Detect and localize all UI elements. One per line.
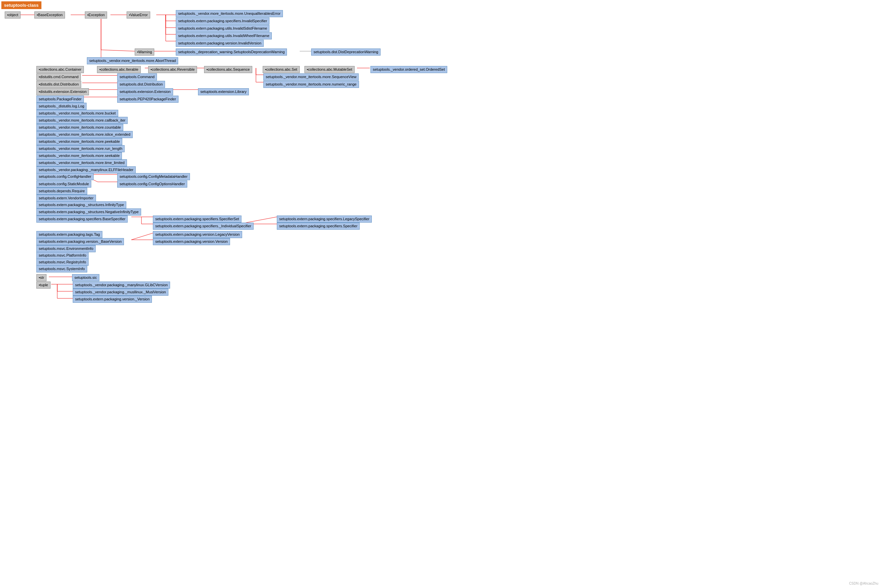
node-specifier-set: setuptools.extern.packaging.specifiers.S… <box>153 216 241 223</box>
node-bucket: setuptools._vendor.more_itertools.more.b… <box>36 110 118 117</box>
node-legacy-version: setuptools.extern.packaging.version.Lega… <box>153 231 242 238</box>
node-setuptools-ext: setuptools.extension.Extension <box>117 88 173 95</box>
node-static-module: setuptools.config.StaticModule <box>36 180 91 188</box>
node-setuptools-dist: setuptools.dist.Distribution <box>117 81 165 88</box>
node-package-finder: setuptools.PackageFinder <box>36 96 84 103</box>
node-vendor-importer: setuptools.extern.VendorImporter <box>36 195 96 202</box>
node-valueerror: •ValueError <box>127 12 150 18</box>
node-baseexception: •BaseException <box>34 12 65 18</box>
node-invalid-sdist: setuptools.extern.packaging.utils.Invali… <box>176 25 270 32</box>
node-exception: •Exception <box>85 12 107 18</box>
node-deprecation-warning: setuptools._deprecation_warning.Setuptoo… <box>176 48 287 56</box>
node-tuple: •tuple <box>36 282 51 289</box>
node-container: •collections.abc.Container <box>36 66 84 73</box>
node-object: •object <box>5 12 21 18</box>
node-distutils-dist: •distutils.dist.Distribution <box>36 81 81 88</box>
node-countable: setuptools._vendor.more_itertools.more.c… <box>36 124 123 131</box>
node-infinity-type: setuptools.extern.packaging._structures.… <box>36 201 126 208</box>
node-peekable: setuptools._vendor.more_itertools.more.p… <box>36 138 122 145</box>
node-mutableset: •collections.abc.MutableSet <box>304 66 355 73</box>
node-sequence: •collections.abc.Sequence <box>204 66 252 73</box>
node-legacy-specifier: setuptools.extern.packaging.specifiers.L… <box>277 216 372 223</box>
node-invalid-wheel: setuptools.extern.packaging.utils.Invali… <box>176 32 272 39</box>
node-numeric-range: setuptools._vendor.more_itertools.more.n… <box>263 81 359 88</box>
node-invalid-specifier: setuptools.extern.packaging.specifiers.I… <box>176 18 270 25</box>
node-version: setuptools.extern.packaging.version.Vers… <box>153 238 230 245</box>
node-config-handler: setuptools.config.ConfigHandler <box>36 173 94 180</box>
node-neg-infinity: setuptools.extern.packaging._structures.… <box>36 208 141 216</box>
title-bar: setuptools-class <box>1 2 41 9</box>
page-title: setuptools-class <box>4 3 39 8</box>
watermark: CSDN @AhcaoZhu <box>849 582 878 585</box>
node-individual-specifier: setuptools.extern.packaging.specifiers._… <box>153 223 253 230</box>
node-str: •str <box>36 274 46 281</box>
node-registry-info: setuptools.msvc.RegistryInfo <box>36 259 88 266</box>
node-base-specifier: setuptools.extern.packaging.specifiers.B… <box>36 216 127 223</box>
node-platform-info: setuptools.msvc.PlatformInfo <box>36 252 88 259</box>
node-distutils-ext: •distutils.extension.Extension <box>36 88 89 95</box>
node-run-length: setuptools._vendor.more_itertools.more.r… <box>36 145 124 152</box>
node-reversible: •collections.abc.Reversible <box>148 66 197 73</box>
svg-line-15 <box>101 50 135 51</box>
node-specifier: setuptools.extern.packaging.specifiers.S… <box>277 223 360 230</box>
node-islice-extended: setuptools._vendor.more_itertools.more.i… <box>36 131 133 138</box>
node-abort-thread: setuptools._vendor.more_itertools.more.A… <box>87 57 178 64</box>
node-set: •collections.abc.Set <box>263 66 300 73</box>
node-sequence-view: setuptools._vendor.more_itertools.more.S… <box>263 74 359 81</box>
node-distutils-log: setuptools._distutils.log.Log <box>36 103 87 110</box>
node-invalid-version: setuptools.extern.packaging.version.Inva… <box>176 40 264 47</box>
node-warning: •Warning <box>135 48 154 56</box>
node-distutils-cmd: •distutils.cmd.Command <box>36 74 81 81</box>
node-elffile: setuptools._vendor.packaging._manylinux.… <box>36 166 136 173</box>
node-callback-iter: setuptools._vendor.more_itertools.more.c… <box>36 117 127 124</box>
node-pep420: setuptools.PEP420PackageFinder <box>117 96 178 103</box>
node-glibc-version: setuptools._vendor.packaging._manylinux.… <box>73 282 170 289</box>
node-dist-deprecation: setuptools.dist.DistDeprecationWarning <box>311 48 381 56</box>
node-setuptools-library: setuptools.extension.Library <box>198 88 249 95</box>
node-extern-version: setuptools.extern.packaging.version._Ver… <box>73 296 152 303</box>
node-time-limited: setuptools._vendor.more_itertools.more.t… <box>36 159 127 166</box>
node-base-version: setuptools.extern.packaging.version._Bas… <box>36 238 124 245</box>
node-config-options: setuptools.config.ConfigOptionsHandler <box>117 180 187 188</box>
node-config-metadata: setuptools.config.ConfigMetadataHandler <box>117 173 190 180</box>
node-seekable: setuptools._vendor.more_itertools.more.s… <box>36 152 122 159</box>
node-tag: setuptools.extern.packaging.tags.Tag <box>36 231 102 238</box>
node-depends-require: setuptools.depends.Require <box>36 188 87 195</box>
svg-line-37 <box>131 233 153 240</box>
node-setuptools-sic: setuptools.sic <box>72 274 99 281</box>
node-ordered-set: setuptools._vendor.ordered_set.OrderedSe… <box>370 66 447 73</box>
node-musl-version: setuptools._vendor.packaging._musllinux.… <box>73 289 168 296</box>
node-iterable: •collections.abc.Iterable <box>97 66 141 73</box>
node-unequal: setuptools._vendor.more_itertools.more.U… <box>176 10 283 17</box>
node-env-info: setuptools.msvc.EnvironmentInfo <box>36 245 96 252</box>
node-system-info: setuptools.msvc.SystemInfo <box>36 266 87 273</box>
node-setuptools-command: setuptools.Command <box>117 74 157 81</box>
